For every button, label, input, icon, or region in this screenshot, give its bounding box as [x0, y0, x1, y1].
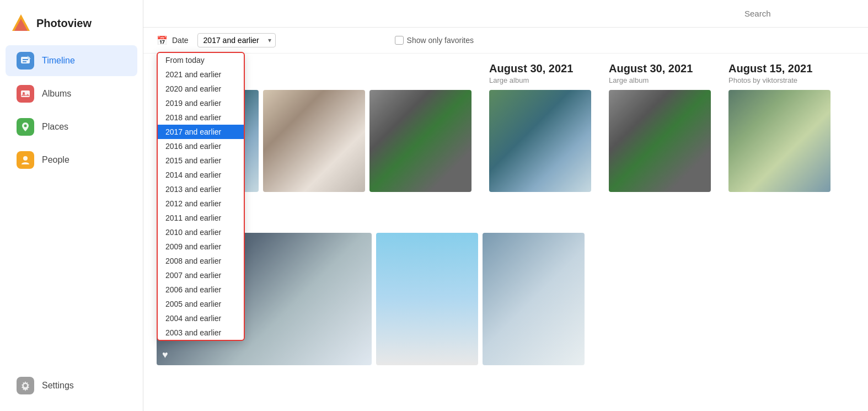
- sidebar: Photoview Timeline Albums: [0, 0, 143, 411]
- album-photos-5: ♥: [157, 233, 855, 365]
- dropdown-item-2008[interactable]: 2008 and earlier: [158, 254, 244, 268]
- date-section-aug11: August 11, 2021 Photos by viktorstrate ♥: [157, 205, 855, 365]
- main-content: 📅 Date From today 2021 and earlier 2020 …: [143, 0, 868, 411]
- svg-point-7: [24, 125, 27, 127]
- photo-thumb[interactable]: [483, 233, 585, 365]
- album-group-4: August 15, 2021 Photos by viktorstrate: [728, 62, 831, 192]
- svg-point-10: [24, 384, 27, 387]
- dropdown-item-2014[interactable]: 2014 and earlier: [158, 168, 244, 182]
- album-date-3: August 30, 2021: [609, 62, 711, 75]
- album-name-4: Photos by viktorstrate: [728, 76, 831, 84]
- photo-thumb[interactable]: [376, 233, 478, 365]
- date-dropdown[interactable]: From today 2021 and earlier 2020 and ear…: [197, 33, 276, 47]
- album-group-2: August 30, 2021 Large album: [489, 62, 591, 192]
- dropdown-item-2013[interactable]: 2013 and earlier: [158, 182, 244, 196]
- album-group-5: August 11, 2021 Photos by viktorstrate ♥: [157, 205, 855, 365]
- dropdown-item-from-today[interactable]: From today: [158, 53, 244, 67]
- photo-thumb[interactable]: [609, 90, 711, 192]
- date-filter-section: 📅 Date: [157, 35, 189, 46]
- dropdown-item-2006[interactable]: 2006 and earlier: [158, 282, 244, 297]
- albums-label: Albums: [42, 89, 71, 99]
- date-filter-label: Date: [172, 36, 189, 45]
- album-date-5: August 11, 2021: [157, 205, 855, 218]
- photo-thumb[interactable]: [263, 90, 365, 192]
- dropdown-item-2017[interactable]: 2017 and earlier: [158, 125, 244, 139]
- app-name: Photoview: [36, 17, 92, 30]
- dropdown-item-2018[interactable]: 2018 and earlier: [158, 110, 244, 125]
- favorites-label: Show only favorites: [407, 36, 474, 45]
- settings-icon: [17, 377, 34, 394]
- dropdown-item-2005[interactable]: 2005 and earlier: [158, 297, 244, 311]
- search-input[interactable]: [744, 9, 855, 18]
- album-photos-2: [489, 90, 591, 192]
- dropdown-item-2012[interactable]: 2012 and earlier: [158, 196, 244, 211]
- sidebar-item-settings[interactable]: Settings: [6, 370, 137, 401]
- album-date-4: August 15, 2021: [728, 62, 831, 75]
- timeline-label: Timeline: [42, 56, 75, 66]
- album-date-2: August 30, 2021: [489, 62, 591, 75]
- date-section-aug30: August 30, 2021 Large album August 30, 2…: [157, 62, 855, 192]
- svg-rect-5: [21, 90, 30, 97]
- dropdown-overlay: From today 2021 and earlier 2020 and ear…: [157, 52, 245, 341]
- svg-rect-4: [23, 61, 26, 62]
- album-name-2: Large album: [489, 76, 591, 84]
- dropdown-item-2015[interactable]: 2015 and earlier: [158, 153, 244, 168]
- timeline-icon: [17, 52, 34, 70]
- dropdown-item-2021[interactable]: 2021 and earlier: [158, 67, 244, 82]
- people-icon: [17, 151, 34, 169]
- date-calendar-icon: 📅: [157, 35, 168, 46]
- settings-label: Settings: [42, 381, 74, 391]
- dropdown-item-2004[interactable]: 2004 and earlier: [158, 311, 244, 325]
- date-dropdown-wrapper: From today 2021 and earlier 2020 and ear…: [197, 33, 276, 47]
- svg-point-8: [23, 156, 28, 161]
- favorites-checkbox[interactable]: [395, 36, 404, 45]
- dropdown-item-2010[interactable]: 2010 and earlier: [158, 225, 244, 239]
- album-photos-4: [728, 90, 831, 192]
- filter-bar: 📅 Date From today 2021 and earlier 2020 …: [143, 28, 868, 54]
- favorites-checkbox-label[interactable]: Show only favorites: [395, 36, 474, 45]
- dropdown-item-2020[interactable]: 2020 and earlier: [158, 82, 244, 96]
- places-icon: [17, 118, 34, 136]
- album-name-5: Photos by viktorstrate: [157, 219, 855, 227]
- header: [143, 0, 868, 28]
- dropdown-item-2009[interactable]: 2009 and earlier: [158, 239, 244, 254]
- places-label: Places: [42, 122, 68, 132]
- album-name-3: Large album: [609, 76, 711, 84]
- photo-area: August 30, 2021 Large album August 30, 2…: [143, 54, 868, 411]
- dropdown-item-2007[interactable]: 2007 and earlier: [158, 268, 244, 282]
- logo-area: Photoview: [0, 9, 143, 44]
- sidebar-item-timeline[interactable]: Timeline: [6, 45, 137, 76]
- dropdown-item-2011[interactable]: 2011 and earlier: [158, 211, 244, 225]
- sidebar-item-places[interactable]: Places: [6, 111, 137, 142]
- photo-thumb[interactable]: [728, 90, 831, 192]
- photo-thumb[interactable]: [489, 90, 591, 192]
- sidebar-item-people[interactable]: People: [6, 145, 137, 175]
- albums-icon: [17, 85, 34, 103]
- people-label: People: [42, 155, 69, 165]
- dropdown-item-2016[interactable]: 2016 and earlier: [158, 139, 244, 153]
- dropdown-item-2019[interactable]: 2019 and earlier: [158, 96, 244, 110]
- favorite-heart-icon: ♥: [162, 349, 168, 361]
- album-group-3: August 30, 2021 Large album: [609, 62, 711, 192]
- dropdown-item-2003[interactable]: 2003 and earlier: [158, 325, 244, 340]
- photo-thumb[interactable]: [369, 90, 471, 192]
- app-logo-icon: [11, 13, 31, 33]
- svg-rect-3: [23, 59, 28, 60]
- sidebar-item-albums[interactable]: Albums: [6, 78, 137, 109]
- album-photos-3: [609, 90, 711, 192]
